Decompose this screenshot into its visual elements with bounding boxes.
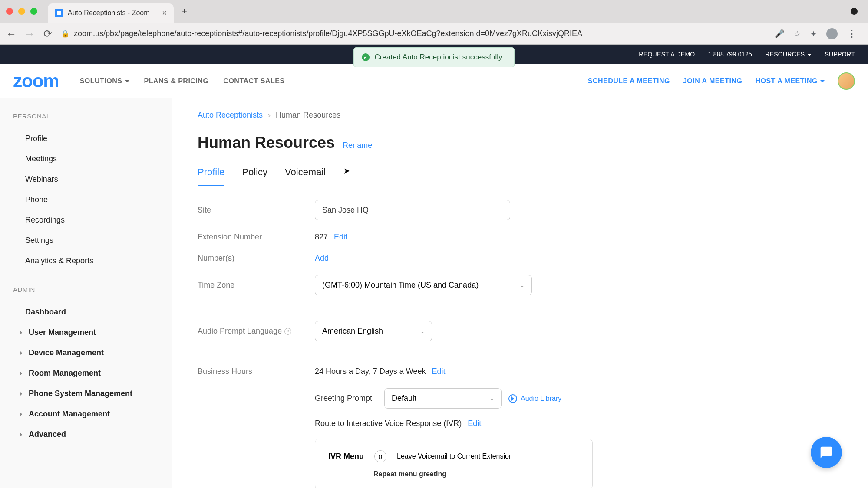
- account-indicator-icon[interactable]: [851, 8, 858, 15]
- breadcrumb-current: Human Resources: [276, 111, 340, 120]
- close-window-icon[interactable]: [6, 8, 13, 15]
- site-input[interactable]: [315, 200, 510, 220]
- window-controls: [6, 8, 37, 15]
- sidebar: PERSONAL Profile Meetings Webinars Phone…: [0, 98, 172, 488]
- ivr-menu-box: IVR Menu 0 Leave Voicemail to Current Ex…: [315, 439, 593, 488]
- microphone-icon[interactable]: 🎤: [775, 29, 784, 39]
- ivr-key-badge: 0: [374, 450, 386, 462]
- tab-voicemail[interactable]: Voicemail: [285, 167, 326, 186]
- chat-fab-button[interactable]: [811, 437, 842, 468]
- edit-hours-link[interactable]: Edit: [432, 367, 445, 376]
- edit-extension-link[interactable]: Edit: [334, 233, 347, 242]
- forward-button[interactable]: →: [24, 28, 35, 40]
- plans-pricing-link[interactable]: PLANS & PRICING: [144, 77, 209, 85]
- zoom-logo[interactable]: zoom: [13, 71, 59, 92]
- chevron-down-icon: ⌄: [520, 282, 525, 288]
- chevron-right-icon: [20, 392, 24, 396]
- page-title: Human Resources: [198, 134, 335, 152]
- browser-tab[interactable]: Auto Receptionists - Zoom ×: [48, 3, 174, 23]
- reload-button[interactable]: ⟳: [43, 28, 53, 40]
- sidebar-item-meetings[interactable]: Meetings: [13, 149, 172, 169]
- language-value: American English: [322, 327, 383, 336]
- sidebar-item-phone-system-management[interactable]: Phone System Management: [13, 383, 172, 404]
- sidebar-item-settings[interactable]: Settings: [13, 230, 172, 251]
- request-demo-link[interactable]: REQUEST A DEMO: [639, 51, 695, 58]
- bookmark-star-icon[interactable]: ☆: [794, 29, 801, 39]
- maximize-window-icon[interactable]: [30, 8, 37, 15]
- lock-icon: 🔒: [61, 29, 69, 38]
- sidebar-item-device-management[interactable]: Device Management: [13, 343, 172, 363]
- business-hours-value: 24 Hours a Day, 7 Days a Week: [315, 367, 426, 376]
- divider: [198, 308, 842, 308]
- sidebar-item-phone[interactable]: Phone: [13, 190, 172, 210]
- minimize-window-icon[interactable]: [18, 8, 25, 15]
- success-toast: ✓ Created Auto Receptionist successfully: [353, 47, 515, 67]
- support-link[interactable]: SUPPORT: [825, 51, 855, 58]
- zoom-favicon-icon: [55, 9, 63, 17]
- sidebar-item-dashboard[interactable]: Dashboard: [13, 302, 172, 322]
- numbers-label: Number(s): [198, 254, 315, 263]
- tab-profile[interactable]: Profile: [198, 167, 224, 186]
- sidebar-item-advanced[interactable]: Advanced: [13, 424, 172, 445]
- chevron-right-icon: [20, 432, 24, 437]
- tab-policy[interactable]: Policy: [242, 167, 267, 186]
- sidebar-item-analytics[interactable]: Analytics & Reports: [13, 251, 172, 271]
- audio-library-link[interactable]: Audio Library: [508, 394, 561, 403]
- ivr-repeat: Repeat menu greeting: [373, 470, 446, 478]
- tab-bar: Profile Policy Voicemail: [198, 167, 842, 186]
- divider: [198, 354, 842, 354]
- timezone-select[interactable]: (GMT-6:00) Mountain Time (US and Canada)…: [315, 275, 532, 295]
- chevron-right-icon: [20, 371, 24, 376]
- close-tab-icon[interactable]: ×: [162, 9, 167, 18]
- extensions-icon[interactable]: ✦: [810, 29, 817, 39]
- edit-route-link[interactable]: Edit: [468, 419, 481, 428]
- timezone-value: (GMT-6:00) Mountain Time (US and Canada): [322, 281, 479, 290]
- sidebar-item-user-management[interactable]: User Management: [13, 322, 172, 343]
- add-number-link[interactable]: Add: [315, 254, 329, 263]
- play-icon: [508, 394, 517, 403]
- chevron-down-icon: ⌄: [490, 396, 494, 402]
- chevron-right-icon: ›: [268, 111, 271, 120]
- sidebar-item-webinars[interactable]: Webinars: [13, 169, 172, 190]
- check-icon: ✓: [362, 53, 370, 61]
- sidebar-section-admin: ADMIN: [13, 286, 172, 293]
- timezone-label: Time Zone: [198, 281, 315, 290]
- extension-label: Extension Number: [198, 233, 315, 242]
- sidebar-section-personal: PERSONAL: [13, 112, 172, 120]
- browser-chrome: Auto Receptionists - Zoom × + ← → ⟳ 🔒 zo…: [0, 0, 868, 45]
- browser-menu-icon[interactable]: ⋮: [847, 28, 857, 39]
- route-ivr-label: Route to Interactive Voice Response (IVR…: [315, 419, 462, 428]
- help-icon[interactable]: ?: [284, 328, 291, 335]
- greeting-prompt-label: Greeting Prompt: [315, 394, 384, 403]
- audio-prompt-language-label: Audio Prompt Language ?: [198, 327, 315, 336]
- new-tab-button[interactable]: +: [182, 6, 187, 17]
- user-avatar[interactable]: [838, 72, 855, 90]
- sidebar-item-room-management[interactable]: Room Management: [13, 363, 172, 383]
- sidebar-item-profile[interactable]: Profile: [13, 128, 172, 149]
- join-meeting-link[interactable]: JOIN A MEETING: [683, 77, 743, 85]
- resources-dropdown[interactable]: RESOURCES: [765, 51, 812, 58]
- contact-sales-link[interactable]: CONTACT SALES: [223, 77, 284, 85]
- toast-message: Created Auto Receptionist successfully: [375, 53, 502, 62]
- greeting-prompt-select[interactable]: Default ⌄: [384, 388, 502, 409]
- site-label: Site: [198, 206, 315, 215]
- greeting-prompt-value: Default: [392, 394, 416, 403]
- back-button[interactable]: ←: [6, 28, 17, 40]
- solutions-dropdown[interactable]: SOLUTIONS: [80, 77, 129, 85]
- schedule-meeting-link[interactable]: SCHEDULE A MEETING: [588, 77, 670, 85]
- phone-number-link[interactable]: 1.888.799.0125: [708, 51, 752, 58]
- main-nav: zoom SOLUTIONS PLANS & PRICING CONTACT S…: [0, 64, 868, 98]
- language-select[interactable]: American English ⌄: [315, 321, 432, 341]
- chevron-right-icon: [20, 351, 24, 355]
- extension-value: 827: [315, 233, 328, 242]
- sidebar-item-account-management[interactable]: Account Management: [13, 404, 172, 424]
- url-text: zoom.us/pbx/page/telephone/auto-receptio…: [74, 29, 582, 38]
- profile-avatar-icon[interactable]: [826, 28, 838, 39]
- address-bar[interactable]: 🔒 zoom.us/pbx/page/telephone/auto-recept…: [61, 29, 767, 38]
- rename-link[interactable]: Rename: [343, 141, 372, 150]
- host-meeting-dropdown[interactable]: HOST A MEETING: [755, 77, 825, 85]
- sidebar-item-recordings[interactable]: Recordings: [13, 210, 172, 230]
- breadcrumb: Auto Receptionists › Human Resources: [198, 111, 842, 120]
- breadcrumb-parent-link[interactable]: Auto Receptionists: [198, 111, 263, 120]
- chevron-right-icon: [20, 412, 24, 416]
